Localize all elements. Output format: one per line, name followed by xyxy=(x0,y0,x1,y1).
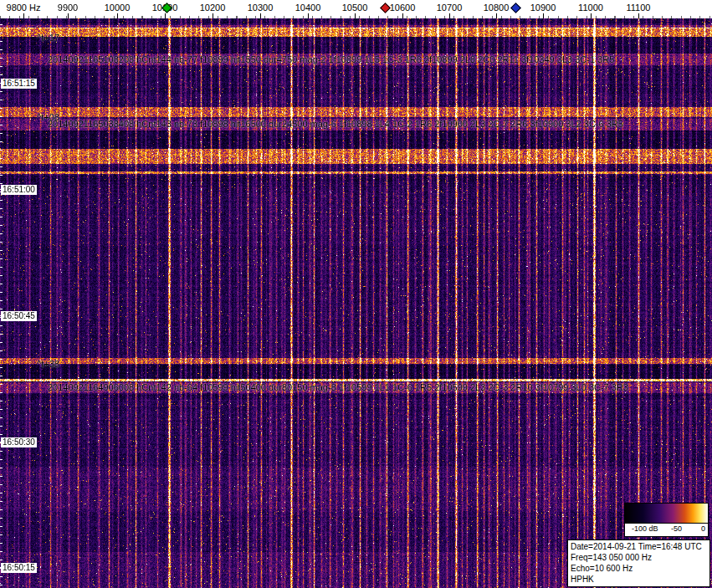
event-detail-text: 20140921165038408 hCnt143 nb-73 f10898 h… xyxy=(48,119,623,129)
time-label: 16:50:45 xyxy=(1,311,37,321)
freq-label: 10900 xyxy=(530,3,556,13)
station-info-box: Date=2014-09-21 Time=16:48 UTC Freq=143 … xyxy=(567,539,710,587)
freq-label: 10500 xyxy=(342,3,368,13)
frequency-axis: 9800 Hz990010000101001020010300104001050… xyxy=(0,0,712,18)
freq-label: 9800 Hz xyxy=(7,3,41,13)
info-echo: Echo=10 600 Hz xyxy=(571,563,707,574)
freq-major-tick xyxy=(449,13,450,18)
freq-label: 10400 xyxy=(295,3,321,13)
db-label-max: 0 xyxy=(701,524,705,533)
freq-major-tick xyxy=(638,13,639,18)
freq-label: 10200 xyxy=(200,3,226,13)
db-label-min: -100 dB xyxy=(632,524,658,533)
freq-major-tick xyxy=(213,13,213,18)
freq-label: 11100 xyxy=(627,3,651,13)
freq-major-tick xyxy=(23,13,24,18)
freq-label: 10800 xyxy=(484,3,510,13)
time-label: 16:51:00 xyxy=(1,185,37,195)
freq-major-tick xyxy=(543,13,544,18)
freq-label: 10300 xyxy=(248,3,274,13)
db-gradient-bar xyxy=(625,504,708,524)
freq-label: 9900 xyxy=(58,3,78,13)
db-scale-labels: -100 dB -50 0 xyxy=(625,524,708,535)
freq-major-tick xyxy=(496,13,497,18)
freq-label: 10600 xyxy=(390,3,416,13)
freq-label: 11000 xyxy=(578,3,603,13)
frequency-minor-ticks xyxy=(0,16,712,18)
spectrogram-app-window: 9800 Hz990010000101001020010300104001050… xyxy=(0,0,712,588)
freq-major-tick xyxy=(117,13,118,18)
freq-label: 10000 xyxy=(105,3,131,13)
info-frequency: Freq=143 050 000 Hz xyxy=(571,552,707,563)
event-detail-text: 20140921165108208 hCnt144 nb-77 f10899 h… xyxy=(48,54,614,64)
freq-major-tick xyxy=(591,13,592,18)
db-label-mid: -50 xyxy=(671,524,682,533)
freq-major-tick xyxy=(402,13,403,18)
spectrogram-waterfall[interactable] xyxy=(0,18,712,588)
freq-major-tick xyxy=(260,13,261,18)
db-color-scale: -100 dB -50 0 xyxy=(624,503,709,537)
info-date-time: Date=2014-09-21 Time=16:48 UTC xyxy=(571,541,707,552)
freq-major-tick xyxy=(308,13,309,18)
time-label: 16:50:30 xyxy=(1,437,37,447)
blue-diamond-marker-icon[interactable] xyxy=(510,3,521,13)
freq-major-tick xyxy=(355,13,356,18)
event-time-offset-label: ^t+17 xyxy=(37,33,59,43)
time-label: 16:51:15 xyxy=(1,79,37,89)
time-label: 16:50:15 xyxy=(1,563,37,573)
freq-major-tick xyxy=(68,13,69,18)
freq-major-tick xyxy=(165,13,166,18)
freq-label: 10700 xyxy=(437,3,463,13)
event-time-offset-label: ^t+38 xyxy=(37,359,59,369)
info-station-id: HPHK xyxy=(571,574,707,585)
event-detail-text: 20140921164906008 hCnt142 nb-64 f10599 h… xyxy=(48,382,628,392)
